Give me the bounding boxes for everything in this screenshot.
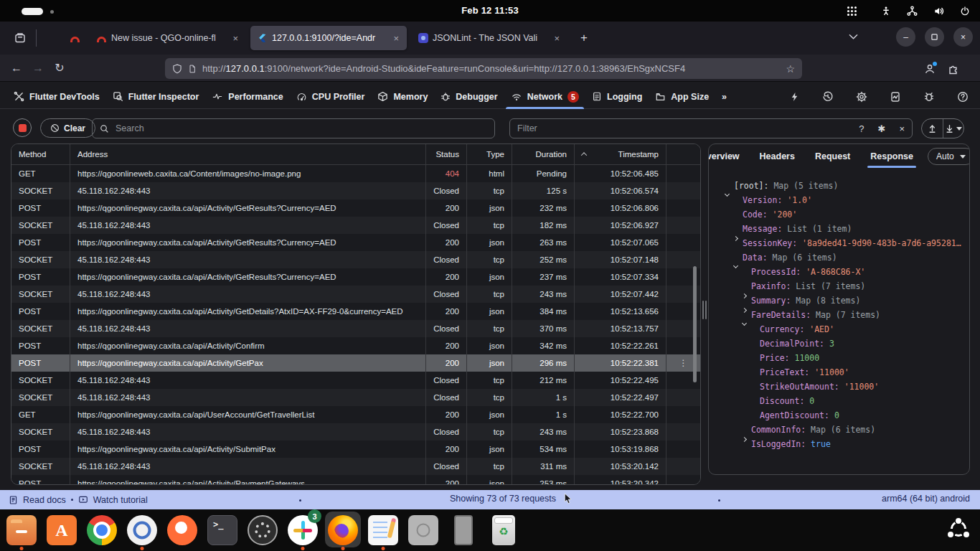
table-row[interactable]: POSThttps://qgoonlinegway.caxita.ca/api/… — [11, 303, 700, 320]
close-tab-icon[interactable]: × — [231, 33, 240, 44]
details-tab-headers[interactable]: Headers — [750, 144, 805, 169]
col-timestamp[interactable]: Timestamp — [574, 144, 666, 164]
new-tab-button[interactable]: + — [573, 27, 595, 49]
json-tree-node[interactable]: CommonInfo: Map (6 items) — [725, 423, 969, 437]
encoding-dropdown[interactable]: Auto — [928, 148, 970, 165]
table-scrollbar[interactable] — [693, 266, 697, 382]
split-drag-handle[interactable] — [702, 301, 707, 319]
settings-gear-icon[interactable] — [856, 91, 867, 103]
table-row[interactable]: GEThttps://qgoonlineweb.caxita.ca/Conten… — [11, 165, 700, 182]
devtools-tab-debugger[interactable]: Debugger — [434, 85, 504, 109]
pinned-tab-issues[interactable] — [64, 27, 85, 50]
url-bar[interactable]: http://127.0.0.1:9100/network?ide=Androi… — [165, 58, 802, 79]
import-button[interactable] — [943, 119, 964, 138]
dock-android-studio[interactable] — [126, 512, 158, 548]
forward-button[interactable]: → — [27, 62, 49, 75]
regex-icon[interactable]: ✱ — [878, 123, 886, 134]
devtools-tab-network[interactable]: Network5 — [504, 85, 585, 109]
search-input[interactable] — [116, 123, 487, 133]
account-icon[interactable] — [924, 63, 936, 75]
table-row[interactable]: SOCKET45.118.162.248:443Closedtcp212 ms1… — [11, 372, 700, 389]
url-text[interactable]: http://127.0.0.1:9100/network?ide=Androi… — [202, 63, 781, 74]
list-all-tabs-icon[interactable] — [849, 34, 858, 40]
details-tab-request[interactable]: Request — [805, 144, 860, 169]
extensions-puzzle-icon[interactable] — [948, 63, 959, 75]
col-method[interactable]: Method — [11, 144, 70, 164]
json-tree-node[interactable]: PriceText: '11000' — [725, 365, 969, 380]
close-window-button[interactable]: × — [953, 27, 973, 47]
dock-chrome[interactable] — [86, 512, 118, 548]
table-row[interactable]: SOCKET45.118.162.248:443Closedtcp243 ms1… — [11, 286, 700, 303]
json-tree-node[interactable]: Currency: 'AED' — [725, 322, 969, 336]
maximize-button[interactable] — [925, 27, 944, 47]
table-row[interactable]: POSThttps://qgoonlinegway.caxita.ca/api/… — [11, 199, 700, 217]
json-tree-node[interactable]: ProcessId: 'A-868C86-X' — [725, 265, 969, 279]
close-tab-icon[interactable]: × — [392, 33, 400, 44]
clear-button[interactable]: Clear — [40, 118, 95, 138]
read-docs-link[interactable]: Read docs — [23, 495, 66, 505]
json-tree-node[interactable]: FareDetails: Map (7 items) — [725, 308, 969, 322]
json-tree-node[interactable]: [root]: Map (5 items) — [725, 179, 969, 193]
json-tree-node[interactable]: Price: 11000 — [725, 351, 969, 365]
minimize-button[interactable]: – — [896, 27, 915, 47]
json-tree-node[interactable]: IsLoggedIn: true — [725, 437, 969, 451]
back-button[interactable]: ← — [6, 62, 27, 75]
clear-filter-icon[interactable]: × — [899, 123, 905, 134]
report-icon[interactable] — [890, 91, 901, 103]
devtools-tab-cpu-profiler[interactable]: CPU Profiler — [290, 85, 372, 109]
json-tree-node[interactable]: Paxinfo: List (7 items) — [725, 279, 969, 293]
system-clock[interactable]: Feb 12 11:53 — [0, 5, 980, 16]
network-tree-icon[interactable] — [907, 6, 918, 17]
col-address[interactable]: Address — [70, 144, 425, 164]
filter-input[interactable] — [517, 123, 845, 133]
table-row[interactable]: SOCKET45.118.162.248:443Closedtcp370 ms1… — [11, 320, 700, 337]
dock-app-center[interactable] — [46, 512, 77, 548]
dock-slack[interactable]: 3 — [287, 512, 319, 548]
dock-files[interactable] — [6, 512, 37, 548]
filter-help-icon[interactable]: ? — [859, 123, 864, 134]
search-field[interactable] — [92, 118, 495, 138]
accessibility-icon[interactable] — [881, 6, 891, 17]
dock-media[interactable] — [407, 512, 439, 548]
devtools-tab-logging[interactable]: Logging — [585, 85, 649, 109]
table-row[interactable]: POSThttps://qgoonlinegway.caxita.ca/api/… — [11, 354, 700, 372]
table-row[interactable]: POSThttps://qgoonlinegway.caxita.ca/api/… — [11, 268, 700, 286]
json-tree-node[interactable]: Version: '1.0' — [725, 193, 969, 207]
table-row[interactable]: SOCKET45.118.162.248:443Closedtcp243 ms1… — [11, 423, 700, 441]
page-info-icon[interactable] — [188, 64, 197, 74]
stop-recording-button[interactable] — [13, 118, 32, 137]
system-tray[interactable] — [854, 0, 970, 22]
table-row[interactable]: GEThttps://qgoonlinegway.caxita.ca/api/U… — [11, 406, 700, 423]
export-button[interactable] — [922, 119, 943, 138]
dock-terminal[interactable] — [207, 512, 238, 548]
pinned-tab-figma[interactable] — [42, 27, 64, 50]
dock-firefox[interactable] — [327, 512, 359, 548]
details-tab-overview[interactable]: Overview — [708, 144, 750, 169]
table-row[interactable]: SOCKET45.118.162.248:443Closedtcp182 ms1… — [11, 217, 700, 234]
tab-overview-icon[interactable] — [9, 27, 32, 49]
dock-phone[interactable] — [448, 512, 479, 548]
json-tree-node[interactable]: SessionKey: '8a9ded41-9d90-483b-a7d6-a95… — [725, 236, 969, 250]
reload-button[interactable]: ↻ — [49, 61, 70, 75]
table-row[interactable]: POSThttps://qgoonlinegway.caxita.ca/api/… — [11, 337, 700, 354]
json-tree-node[interactable]: StrikeOutAmount: '11000' — [725, 380, 969, 394]
table-row[interactable]: POSThttps://qgoonlinegway.caxita.ca/api/… — [11, 234, 700, 251]
browser-tab-new-issue-qgo-online-fl[interactable]: New issue - QGO-online-fl× — [90, 26, 246, 50]
devtools-tab-performance[interactable]: Performance — [205, 85, 289, 109]
devtools-tab-flutter-inspector[interactable]: Flutter Inspector — [106, 85, 206, 109]
close-tab-icon[interactable]: × — [552, 33, 561, 44]
devtools-tab-flutter-devtools[interactable]: Flutter DevTools — [7, 85, 106, 109]
bug-report-icon[interactable] — [923, 91, 935, 103]
power-icon[interactable] — [960, 6, 970, 17]
dock-text-editor[interactable] — [367, 512, 399, 548]
history-icon[interactable] — [822, 91, 834, 103]
browser-tab-127-0-0-1-9100-ide-andr[interactable]: 127.0.0.1:9100/?ide=Andr× — [250, 26, 407, 50]
devtools-tab-item[interactable]: » — [715, 85, 733, 109]
col-status[interactable]: Status — [425, 144, 466, 164]
show-apps-button[interactable] — [944, 514, 973, 543]
dock-trash[interactable] — [488, 512, 519, 548]
help-icon[interactable] — [957, 91, 969, 103]
table-row[interactable]: SOCKET45.118.162.248:443Closedtcp1 s10:5… — [11, 389, 700, 406]
watch-tutorial-link[interactable]: Watch tutorial — [93, 495, 148, 505]
json-tree-node[interactable]: Discount: 0 — [725, 394, 969, 408]
